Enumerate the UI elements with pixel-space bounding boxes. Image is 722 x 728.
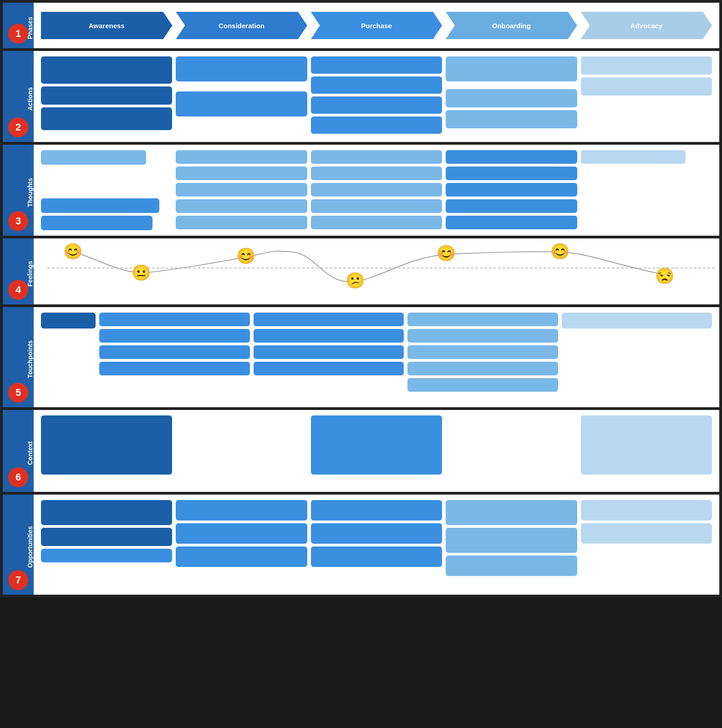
opportunity-card[interactable] bbox=[581, 500, 712, 521]
context-label: 6 Context bbox=[3, 410, 34, 492]
thought-card[interactable] bbox=[311, 216, 442, 229]
context-card[interactable] bbox=[311, 415, 442, 475]
touchpoints-col-1 bbox=[41, 313, 96, 402]
thought-card[interactable] bbox=[311, 199, 442, 213]
emoji-2: 😐 bbox=[132, 263, 151, 282]
touchpoint-card[interactable] bbox=[407, 362, 558, 375]
action-card[interactable] bbox=[311, 116, 442, 134]
touchpoint-card[interactable] bbox=[407, 345, 558, 359]
action-card[interactable] bbox=[581, 77, 712, 96]
touchpoint-card[interactable] bbox=[99, 362, 250, 375]
action-card[interactable] bbox=[311, 96, 442, 114]
context-col-3 bbox=[311, 415, 442, 486]
touchpoints-col-2 bbox=[99, 313, 250, 402]
opportunities-col-2 bbox=[176, 500, 307, 589]
thoughts-col-4 bbox=[446, 150, 577, 230]
touchpoint-card[interactable] bbox=[407, 313, 558, 326]
opportunity-card[interactable] bbox=[176, 523, 307, 544]
actions-col-3 bbox=[311, 56, 442, 136]
touchpoint-card[interactable] bbox=[562, 313, 712, 329]
thoughts-col-3 bbox=[311, 150, 442, 230]
opportunities-col-3 bbox=[311, 500, 442, 589]
action-card[interactable] bbox=[176, 91, 307, 116]
thought-card[interactable] bbox=[311, 183, 442, 197]
action-card[interactable] bbox=[311, 56, 442, 74]
phase-purchase[interactable]: Purchase bbox=[311, 12, 442, 39]
context-card[interactable] bbox=[41, 415, 172, 475]
touchpoints-row: 5 Touchpoints bbox=[3, 307, 719, 407]
action-card[interactable] bbox=[41, 86, 172, 105]
opportunity-card[interactable] bbox=[41, 500, 172, 525]
feelings-label: 4 Feelings bbox=[3, 238, 34, 304]
context-number: 6 bbox=[8, 467, 28, 487]
opportunity-card[interactable] bbox=[176, 500, 307, 521]
phase-consideration[interactable]: Consideration bbox=[176, 12, 307, 39]
opportunity-card[interactable] bbox=[41, 528, 172, 546]
feelings-row: 4 Feelings 😊 😐 bbox=[3, 238, 719, 304]
opportunities-col-4 bbox=[446, 500, 577, 589]
opportunity-card[interactable] bbox=[581, 523, 712, 544]
thought-card[interactable] bbox=[176, 183, 307, 197]
context-col-1 bbox=[41, 415, 172, 486]
action-card[interactable] bbox=[446, 56, 577, 81]
action-card[interactable] bbox=[581, 56, 712, 75]
thought-card[interactable] bbox=[446, 216, 577, 229]
opportunities-row: 7 Opportunities bbox=[3, 495, 719, 595]
touchpoint-card[interactable] bbox=[254, 345, 404, 359]
phase-number: 1 bbox=[8, 24, 28, 44]
touchpoint-card[interactable] bbox=[41, 313, 96, 329]
action-card[interactable] bbox=[311, 76, 442, 94]
opportunity-card[interactable] bbox=[446, 500, 577, 525]
opportunity-card[interactable] bbox=[446, 556, 577, 576]
action-card[interactable] bbox=[446, 89, 577, 107]
feelings-curve bbox=[75, 251, 666, 282]
opportunity-card[interactable] bbox=[311, 546, 442, 567]
actions-number: 2 bbox=[8, 117, 28, 137]
opportunity-card[interactable] bbox=[176, 546, 307, 567]
thoughts-col-1 bbox=[41, 150, 172, 230]
touchpoint-card[interactable] bbox=[99, 329, 250, 343]
thought-card[interactable] bbox=[581, 150, 686, 164]
thought-card[interactable] bbox=[446, 199, 577, 213]
thought-card[interactable] bbox=[176, 199, 307, 213]
actions-label: 2 Actions bbox=[3, 51, 34, 142]
feelings-number: 4 bbox=[8, 280, 28, 300]
thought-card[interactable] bbox=[176, 167, 307, 180]
thought-card[interactable] bbox=[41, 198, 159, 213]
phase-advocacy[interactable]: Advocacy bbox=[581, 12, 712, 39]
opportunity-card[interactable] bbox=[311, 523, 442, 544]
thought-card[interactable] bbox=[41, 216, 153, 230]
touchpoints-content bbox=[34, 307, 719, 407]
thought-card[interactable] bbox=[41, 150, 146, 165]
context-card[interactable] bbox=[581, 415, 712, 475]
touchpoint-card[interactable] bbox=[254, 362, 404, 375]
emoji-6: 😊 bbox=[550, 242, 569, 260]
action-card[interactable] bbox=[41, 56, 172, 84]
actions-col-1 bbox=[41, 56, 172, 136]
touchpoint-card[interactable] bbox=[99, 345, 250, 359]
touchpoint-card[interactable] bbox=[254, 329, 404, 343]
thought-card[interactable] bbox=[311, 150, 442, 164]
phases-row: 1 Phases Awareness Consideration Purchas… bbox=[3, 3, 719, 48]
touchpoint-card[interactable] bbox=[407, 378, 558, 392]
opportunity-card[interactable] bbox=[41, 549, 172, 562]
thought-card[interactable] bbox=[176, 150, 307, 164]
emoji-5: 😊 bbox=[437, 244, 456, 262]
thought-card[interactable] bbox=[176, 216, 307, 229]
touchpoints-label: 5 Touchpoints bbox=[3, 307, 34, 407]
action-card[interactable] bbox=[176, 56, 307, 81]
action-card[interactable] bbox=[446, 110, 577, 128]
opportunity-card[interactable] bbox=[446, 528, 577, 553]
phase-onboarding[interactable]: Onboarding bbox=[446, 12, 577, 39]
phases-content: Awareness Consideration Purchase Onboard… bbox=[34, 3, 719, 48]
touchpoint-card[interactable] bbox=[407, 329, 558, 343]
thought-card[interactable] bbox=[446, 150, 577, 164]
touchpoint-card[interactable] bbox=[99, 313, 250, 326]
thought-card[interactable] bbox=[446, 183, 577, 197]
phase-awareness[interactable]: Awareness bbox=[41, 12, 172, 39]
action-card[interactable] bbox=[41, 107, 172, 130]
touchpoint-card[interactable] bbox=[254, 313, 404, 326]
opportunity-card[interactable] bbox=[311, 500, 442, 521]
thought-card[interactable] bbox=[446, 167, 577, 180]
thought-card[interactable] bbox=[311, 167, 442, 180]
